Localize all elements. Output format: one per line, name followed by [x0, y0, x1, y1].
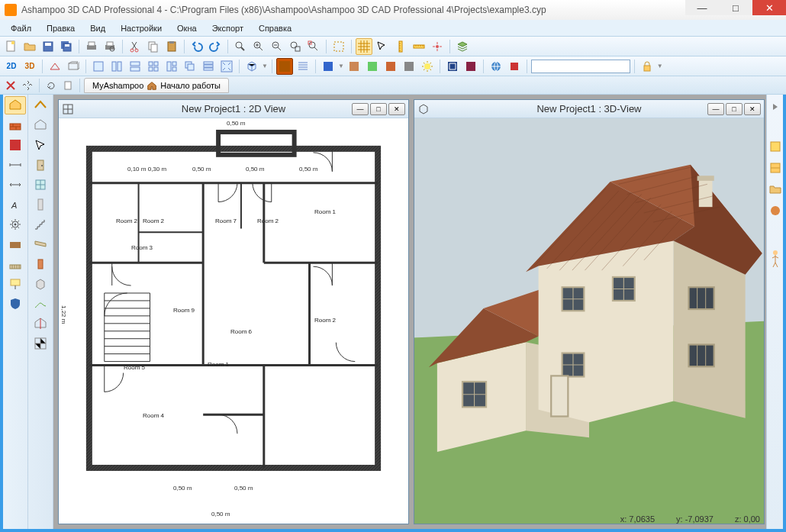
- menu-view[interactable]: Вид: [84, 22, 111, 34]
- zoom-fit-icon[interactable]: [287, 38, 304, 55]
- view-preset-dropdown[interactable]: [531, 60, 630, 73]
- cut-icon[interactable]: [127, 38, 143, 55]
- view-wireframe-icon[interactable]: [65, 58, 82, 75]
- cube-icon[interactable]: [243, 58, 260, 75]
- tool-gear-icon[interactable]: [5, 215, 26, 234]
- menu-export[interactable]: Экспорт: [206, 22, 250, 34]
- win3d-close-button[interactable]: ✕: [744, 103, 761, 115]
- menu-help[interactable]: Справка: [253, 22, 298, 34]
- mode-3d-button[interactable]: 3D: [21, 58, 38, 75]
- menu-edit[interactable]: Правка: [40, 22, 81, 34]
- tool-pan-icon[interactable]: [20, 78, 35, 93]
- snap-icon[interactable]: [429, 38, 446, 55]
- tool-paint-icon[interactable]: [5, 275, 26, 293]
- cursor-select-icon[interactable]: [374, 38, 391, 55]
- minimize-button[interactable]: —: [685, 0, 719, 15]
- lock-icon[interactable]: [639, 58, 656, 75]
- window-vsplit-icon[interactable]: [108, 58, 125, 75]
- mode-a-icon[interactable]: [444, 58, 461, 75]
- win2d-maximize-button[interactable]: □: [370, 103, 387, 115]
- win2d-close-button[interactable]: ✕: [388, 103, 405, 115]
- tool-door-icon[interactable]: [30, 156, 51, 174]
- tool-object-icon[interactable]: [30, 275, 51, 293]
- canvas-2d[interactable]: 0,50 m 0,10 m 0,30 m 0,50 m 0,50 m 0,50 …: [59, 118, 408, 524]
- view-perspective-icon[interactable]: [47, 58, 63, 75]
- tool-cursor-icon[interactable]: [30, 136, 51, 154]
- tool-column-icon[interactable]: [30, 195, 51, 214]
- window-single-icon[interactable]: [90, 58, 107, 75]
- print-icon[interactable]: [83, 38, 100, 55]
- save-icon[interactable]: [40, 38, 56, 55]
- texture4-icon[interactable]: [401, 58, 417, 75]
- ruler-h-icon[interactable]: [411, 38, 427, 55]
- tool-plan-icon[interactable]: [30, 334, 51, 353]
- tool-shield-icon[interactable]: [5, 295, 26, 313]
- redo-icon[interactable]: [207, 38, 224, 55]
- color-blue-icon[interactable]: [320, 58, 337, 75]
- window-tile-v-icon[interactable]: [200, 58, 217, 75]
- window-hsplit-icon[interactable]: [127, 58, 143, 75]
- tool-doc-icon[interactable]: [60, 78, 76, 93]
- tool-surface-icon[interactable]: [5, 235, 26, 253]
- print-preview-icon[interactable]: [101, 38, 118, 55]
- tool-room-icon[interactable]: [30, 116, 51, 134]
- copy-icon[interactable]: [145, 38, 162, 55]
- window-3pane-icon[interactable]: [163, 58, 180, 75]
- win3d-minimize-button[interactable]: —: [707, 103, 724, 115]
- light-icon[interactable]: [419, 58, 436, 75]
- right-library-icon[interactable]: [765, 159, 786, 177]
- texture3-icon[interactable]: [382, 58, 399, 75]
- tool-wall-red-icon[interactable]: [5, 136, 26, 154]
- tool-x-icon[interactable]: [3, 78, 18, 93]
- menu-windows[interactable]: Окна: [171, 22, 203, 34]
- window-2d-titlebar[interactable]: New Project1 : 2D View — □ ✕: [59, 100, 408, 118]
- undo-icon[interactable]: [188, 38, 205, 55]
- texture2-icon[interactable]: [364, 58, 381, 75]
- zoom-out-icon[interactable]: [269, 38, 285, 55]
- new-file-icon[interactable]: [3, 38, 20, 55]
- texture1-icon[interactable]: [346, 58, 362, 75]
- grid-icon[interactable]: [356, 38, 372, 55]
- mode-2d-button[interactable]: 2D: [3, 58, 20, 75]
- right-catalog-icon[interactable]: [765, 137, 786, 156]
- ruler-v-icon[interactable]: [392, 38, 409, 55]
- tool-building-icon[interactable]: [5, 96, 26, 114]
- stop-icon[interactable]: [506, 58, 523, 75]
- win3d-maximize-button[interactable]: □: [726, 103, 743, 115]
- close-button[interactable]: ✕: [752, 0, 786, 15]
- tool-text-icon[interactable]: A: [5, 195, 26, 214]
- tool-terrain-icon[interactable]: [30, 295, 51, 313]
- material-brown-icon[interactable]: [276, 58, 293, 75]
- window-3d-titlebar[interactable]: New Project1 : 3D-View — □ ✕: [414, 100, 764, 118]
- win2d-minimize-button[interactable]: —: [352, 103, 369, 115]
- tool-rotate-icon[interactable]: [43, 78, 59, 93]
- save-all-icon[interactable]: [58, 38, 75, 55]
- mode-b-icon[interactable]: [462, 58, 479, 75]
- menu-file[interactable]: Файл: [5, 22, 37, 34]
- right-materials-icon[interactable]: [765, 202, 786, 220]
- right-folder-icon[interactable]: [765, 180, 786, 198]
- right-expand-icon[interactable]: [765, 98, 786, 116]
- zoom-window-icon[interactable]: [305, 38, 322, 55]
- tool-chimney-icon[interactable]: [30, 255, 51, 273]
- tool-roof-icon[interactable]: [30, 96, 51, 114]
- select-rect-icon[interactable]: [330, 38, 347, 55]
- tool-dimension-icon[interactable]: [5, 176, 26, 194]
- tool-beam-icon[interactable]: [30, 235, 51, 253]
- list-icon[interactable]: [295, 58, 311, 75]
- canvas-3d[interactable]: [414, 118, 764, 524]
- layers-icon[interactable]: [454, 38, 471, 55]
- tool-floor-icon[interactable]: [5, 255, 26, 273]
- tool-wall-icon[interactable]: [5, 116, 26, 134]
- maximize-button[interactable]: □: [719, 0, 752, 15]
- window-cascade-icon[interactable]: [182, 58, 198, 75]
- tool-measure-icon[interactable]: [5, 156, 26, 174]
- fullscreen-icon[interactable]: [218, 58, 235, 75]
- window-quad-icon[interactable]: [145, 58, 162, 75]
- globe-icon[interactable]: [488, 58, 504, 75]
- paste-icon[interactable]: [163, 38, 180, 55]
- zoom-in-icon[interactable]: [250, 38, 267, 55]
- tool-section-icon[interactable]: [30, 314, 51, 333]
- tool-stairs-icon[interactable]: [30, 215, 51, 234]
- tab-myashampoo[interactable]: MyAshampoo Начало работы: [84, 78, 229, 93]
